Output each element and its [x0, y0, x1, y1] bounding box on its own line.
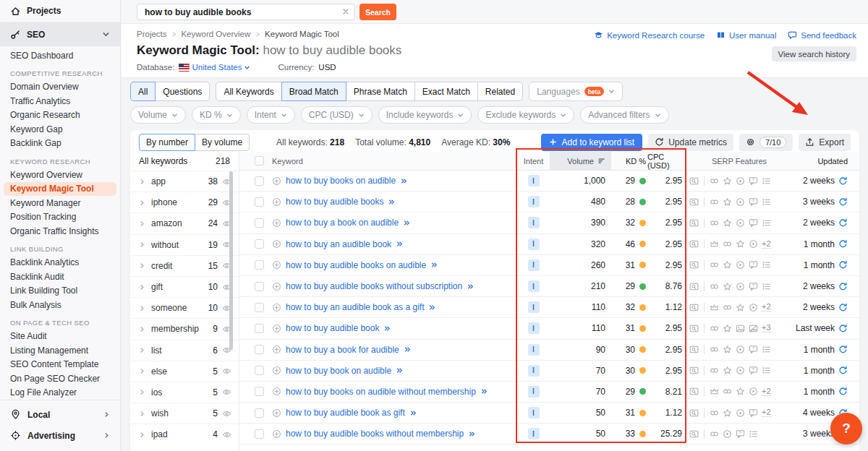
updated-column-header[interactable]: Updated	[793, 157, 859, 166]
sidebar-item-organic-research[interactable]: Organic Research	[0, 108, 120, 123]
keyword-link[interactable]: how to buy audible books without subscri…	[286, 281, 462, 291]
refresh-metrics-icon[interactable]	[838, 303, 848, 312]
keyword-link[interactable]: how to buy an audible book as a gift	[286, 302, 424, 312]
kd-column-header[interactable]: KD %	[611, 157, 647, 166]
sidebar-item-seo[interactable]: SEO	[0, 22, 120, 46]
sidebar-item-seo-dashboard[interactable]: SEO Dashboard	[0, 48, 120, 63]
breadcrumb-item-projects[interactable]: Projects	[137, 30, 167, 38]
group-item-ios[interactable]: ios5	[130, 382, 239, 403]
add-to-keyword-list-button[interactable]: Add to keyword list	[541, 134, 642, 151]
refresh-metrics-icon[interactable]	[838, 260, 848, 270]
refresh-metrics-icon[interactable]	[838, 197, 848, 207]
row-checkbox[interactable]	[255, 408, 264, 418]
row-checkbox[interactable]	[255, 303, 264, 312]
keyword-link[interactable]: how to buy audible book	[286, 323, 379, 333]
keyword-link[interactable]: how to buy audible book as gift	[286, 408, 405, 418]
groups-scrollbar[interactable]	[229, 171, 233, 350]
filter-include-keywords[interactable]: Include keywords	[378, 106, 472, 124]
tab-all-keywords[interactable]: All Keywords	[216, 82, 281, 101]
keyword-link[interactable]: how to buy book on audible	[286, 366, 391, 376]
sidebar-item-backlink-audit[interactable]: Backlink Audit	[0, 270, 120, 284]
toggle-by-number[interactable]: By number	[139, 134, 195, 151]
row-checkbox[interactable]	[255, 282, 264, 291]
update-metrics-button[interactable]: Update metrics	[648, 134, 733, 151]
search-input[interactable]	[137, 4, 355, 20]
tab-exact-match[interactable]: Exact Match	[414, 82, 478, 101]
keyword-link[interactable]: how to buy audible books on audible	[286, 260, 426, 270]
filter-volume[interactable]: Volume	[130, 106, 186, 124]
sidebar-item-keyword-overview[interactable]: Keyword Overview	[0, 168, 120, 182]
sidebar-item-advertising[interactable]: Advertising	[0, 425, 120, 446]
sidebar-item-log-file-analyzer[interactable]: Log File Analyzer	[0, 386, 120, 400]
sidebar-item-domain-overview[interactable]: Domain Overview	[0, 80, 120, 95]
database-selector[interactable]: United States	[179, 63, 250, 72]
refresh-metrics-icon[interactable]	[838, 282, 848, 291]
header-link-keyword-research-course[interactable]: Keyword Research course	[594, 30, 705, 40]
row-checkbox[interactable]	[255, 260, 264, 270]
group-item-wish[interactable]: wish5	[130, 403, 239, 424]
tab-broad-match[interactable]: Broad Match	[281, 82, 346, 101]
help-button[interactable]: ?	[830, 413, 862, 444]
tab-all[interactable]: All	[130, 82, 156, 101]
sidebar-item-site-audit[interactable]: Site Audit	[0, 330, 120, 344]
refresh-metrics-icon[interactable]	[838, 345, 848, 354]
row-checkbox[interactable]	[255, 366, 264, 375]
group-item-list[interactable]: list6	[130, 340, 239, 361]
keyword-link[interactable]: how to buy audible books without members…	[286, 429, 464, 439]
group-item-gift[interactable]: gift10	[130, 276, 239, 297]
filter-kd[interactable]: KD %	[192, 106, 241, 124]
breadcrumb-item-keyword-magic-tool[interactable]: Keyword Magic Tool	[265, 30, 339, 38]
languages-dropdown[interactable]: Languages beta	[529, 82, 623, 101]
row-checkbox[interactable]	[255, 429, 264, 439]
view-search-history-button[interactable]: View search history	[772, 46, 857, 61]
tab-questions[interactable]: Questions	[155, 82, 210, 101]
row-checkbox[interactable]	[255, 197, 264, 207]
sidebar-item-organic-traffic-insights[interactable]: Organic Traffic Insights	[0, 224, 120, 239]
quota-button[interactable]: 7/10	[739, 134, 793, 151]
group-item-iphone[interactable]: iphone29	[130, 192, 239, 212]
filter-cpc-usd[interactable]: CPC (USD)	[301, 106, 373, 124]
search-button[interactable]: Search	[359, 4, 396, 20]
filter-intent[interactable]: Intent	[247, 106, 295, 124]
breadcrumb-item-keyword-overview[interactable]: Keyword Overview	[181, 30, 250, 38]
sidebar-item-keyword-manager[interactable]: Keyword Manager	[0, 196, 120, 210]
row-checkbox[interactable]	[255, 387, 264, 396]
refresh-metrics-icon[interactable]	[838, 239, 848, 249]
row-checkbox[interactable]	[255, 345, 264, 354]
sidebar-item-position-tracking[interactable]: Position Tracking	[0, 210, 120, 225]
filter-exclude-keywords[interactable]: Exclude keywords	[477, 106, 574, 124]
tab-related[interactable]: Related	[477, 82, 523, 101]
refresh-metrics-icon[interactable]	[838, 218, 848, 228]
filter-advanced-filters[interactable]: Advanced filters	[580, 106, 668, 124]
sidebar-item-backlink-analytics[interactable]: Backlink Analytics	[0, 256, 120, 270]
toggle-by-volume[interactable]: By volume	[195, 134, 250, 151]
keyword-link[interactable]: how to buy audible books	[286, 197, 383, 207]
all-keywords-group[interactable]: All keywords 218	[130, 152, 239, 171]
group-item-someone[interactable]: someone10	[130, 297, 239, 318]
sidebar-item-link-building-tool[interactable]: Link Building Tool	[0, 284, 120, 298]
keyword-column-header[interactable]: Keyword	[264, 157, 517, 166]
row-checkbox[interactable]	[255, 324, 264, 333]
keyword-link[interactable]: how to buy a book for audible	[286, 345, 399, 355]
clear-search-icon[interactable]	[341, 7, 350, 16]
serp-more-features[interactable]: +2	[762, 240, 771, 249]
sidebar-item-local[interactable]: Local	[0, 404, 120, 425]
group-item-ipad[interactable]: ipad4	[130, 424, 239, 444]
sidebar-item-traffic-analytics[interactable]: Traffic Analytics	[0, 94, 120, 108]
keyword-link[interactable]: how to buy an audible book	[286, 239, 391, 249]
row-checkbox[interactable]	[255, 176, 264, 186]
export-button[interactable]: Export	[799, 134, 851, 151]
cpc-column-header[interactable]: CPC (USD)	[647, 153, 685, 170]
group-item-app[interactable]: app38	[130, 171, 239, 192]
select-all-checkbox[interactable]	[255, 156, 264, 166]
serp-more-features[interactable]: +2	[762, 408, 771, 417]
intent-column-header[interactable]: Intent	[517, 152, 550, 170]
group-item-membership[interactable]: membership9	[130, 318, 239, 339]
sidebar-item-bulk-analysis[interactable]: Bulk Analysis	[0, 298, 120, 312]
serp-more-features[interactable]: +2	[762, 303, 771, 312]
group-item-else[interactable]: else5	[130, 361, 239, 382]
serp-features-column-header[interactable]: SERP Features	[685, 157, 793, 166]
sidebar-item-keyword-magic-tool[interactable]: Keyword Magic Tool	[4, 182, 116, 197]
group-item-without[interactable]: without19	[130, 234, 239, 255]
refresh-metrics-icon[interactable]	[838, 176, 848, 186]
